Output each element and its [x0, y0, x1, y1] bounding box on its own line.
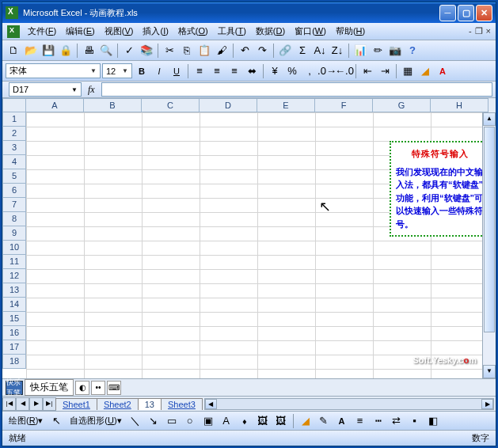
hyperlink-icon[interactable]: 🔗 [277, 43, 293, 59]
inc-decimal-icon[interactable]: .0→ [319, 63, 335, 79]
italic-icon[interactable]: I [151, 63, 167, 79]
menu-insert[interactable]: 插入(I) [139, 24, 171, 39]
textbox-icon[interactable]: ▣ [200, 413, 216, 429]
row-header[interactable]: 14 [2, 298, 26, 312]
menu-data[interactable]: 数据(D) [253, 24, 288, 39]
picture-icon[interactable]: 🖼 [273, 413, 289, 429]
dash-style-icon[interactable]: ┅ [371, 413, 386, 429]
row-header[interactable]: 11 [2, 255, 26, 269]
col-header[interactable]: E [257, 98, 315, 112]
close-button[interactable]: ✕ [476, 5, 492, 21]
menu-edit[interactable]: 编辑(E) [63, 24, 98, 39]
font-combo[interactable]: 宋体▼ [6, 63, 101, 78]
doc-close-button[interactable]: × [486, 26, 491, 36]
comma-icon[interactable]: , [302, 63, 317, 79]
permission-icon[interactable]: 🔒 [58, 43, 74, 59]
wordart-icon[interactable]: A [219, 413, 234, 429]
spell-icon[interactable]: ✓ [121, 43, 137, 59]
line-icon[interactable]: ＼ [127, 413, 143, 429]
copy-icon[interactable]: ⎘ [179, 43, 195, 59]
scroll-down-icon[interactable]: ▼ [483, 365, 496, 378]
tab-next-icon[interactable]: ▶ [29, 397, 43, 411]
font-color-icon[interactable]: A [435, 63, 450, 79]
research-icon[interactable]: 📚 [139, 43, 154, 59]
borders-icon[interactable]: ▦ [400, 63, 416, 79]
size-combo[interactable]: 12▼ [102, 63, 132, 78]
line-color-icon[interactable]: ✎ [316, 413, 332, 429]
col-header[interactable]: F [315, 98, 373, 112]
autosum-icon[interactable]: Σ [295, 43, 310, 59]
format-painter-icon[interactable]: 🖌 [214, 43, 230, 59]
row-header[interactable]: 10 [2, 241, 26, 255]
chart-icon[interactable]: 📊 [352, 43, 368, 59]
maximize-button[interactable]: ▢ [458, 5, 474, 21]
sheet-tab[interactable]: Sheet2 [97, 398, 139, 410]
doc-minimize-button[interactable]: - [469, 26, 472, 36]
row-header[interactable]: 6 [2, 184, 26, 198]
ime-punct-icon[interactable]: •• [91, 381, 105, 395]
sheet-tab[interactable]: Sheet3 [161, 398, 203, 410]
font-color2-icon[interactable]: A [334, 413, 350, 429]
new-icon[interactable]: 🗋 [6, 43, 21, 59]
row-header[interactable]: 16 [2, 326, 26, 340]
row-header[interactable]: 9 [2, 226, 26, 241]
dec-indent-icon[interactable]: ⇤ [359, 63, 375, 79]
row-header[interactable]: 3 [2, 141, 26, 155]
menu-format[interactable]: 格式(O) [175, 24, 211, 39]
sheet-tab-active[interactable]: 13 [138, 398, 162, 410]
help-icon[interactable]: ? [405, 43, 420, 59]
ime-keyboard-icon[interactable]: ⌨ [107, 381, 121, 395]
align-left-icon[interactable]: ≡ [192, 63, 207, 79]
col-header[interactable]: D [200, 98, 257, 112]
sort-asc-icon[interactable]: A↓ [312, 43, 328, 59]
cell-grid[interactable]: 特殊符号输入 我们发现现在的中文输入法，都具有“软键盘”功能，利用“软键盘”可以… [26, 112, 496, 378]
scroll-left-icon[interactable]: ◀ [205, 399, 217, 409]
col-header[interactable]: A [26, 98, 84, 112]
doc-restore-button[interactable]: ❐ [475, 26, 483, 36]
bold-icon[interactable]: B [134, 63, 150, 79]
drawing-menu[interactable]: 绘图(R)▾ [6, 413, 46, 428]
sort-desc-icon[interactable]: Z↓ [329, 43, 345, 59]
row-header[interactable]: 5 [2, 169, 26, 184]
tab-prev-icon[interactable]: ◀ [16, 397, 29, 411]
menu-help[interactable]: 帮助(H) [333, 24, 368, 39]
horizontal-scrollbar[interactable]: ◀ ▶ [204, 398, 494, 410]
row-header[interactable]: 13 [2, 283, 26, 298]
menu-file[interactable]: 文件(F) [25, 24, 59, 39]
shadow-icon[interactable]: ▪ [407, 413, 423, 429]
select-all-corner[interactable] [2, 98, 26, 112]
ime-icon[interactable]: 快乐五笔 [6, 381, 23, 395]
row-header[interactable]: 18 [2, 355, 26, 369]
col-header[interactable]: H [431, 98, 488, 112]
camera-icon[interactable]: 📷 [387, 43, 403, 59]
row-header[interactable]: 7 [2, 198, 26, 212]
line-style-icon[interactable]: ≡ [352, 413, 368, 429]
row-header[interactable]: 1 [2, 112, 26, 127]
currency-icon[interactable]: ¥ [267, 63, 283, 79]
align-right-icon[interactable]: ≡ [226, 63, 242, 79]
formula-bar[interactable] [101, 82, 492, 97]
row-header[interactable]: 12 [2, 269, 26, 283]
print-icon[interactable]: 🖶 [81, 43, 97, 59]
scroll-thumb[interactable] [484, 127, 495, 332]
fill-color-icon[interactable]: ◢ [417, 63, 433, 79]
row-header[interactable]: 8 [2, 212, 26, 226]
dec-decimal-icon[interactable]: ←.0 [336, 63, 352, 79]
row-header[interactable]: 2 [2, 127, 26, 141]
autoshapes-menu[interactable]: 自选图形(U)▾ [67, 413, 124, 428]
tab-last-icon[interactable]: ▶| [43, 397, 56, 411]
preview-icon[interactable]: 🔍 [98, 43, 114, 59]
fill-icon[interactable]: ◢ [298, 413, 314, 429]
row-header[interactable]: 15 [2, 312, 26, 326]
drawing-icon[interactable]: ✏ [370, 43, 386, 59]
menu-tools[interactable]: 工具(T) [215, 24, 249, 39]
vertical-scrollbar[interactable]: ▲ ▼ [482, 112, 496, 378]
cut-icon[interactable]: ✂ [162, 43, 177, 59]
menu-view[interactable]: 视图(V) [101, 24, 137, 39]
row-header[interactable]: 17 [2, 340, 26, 355]
menu-window[interactable]: 窗口(W) [291, 24, 329, 39]
select-objects-icon[interactable]: ↖ [48, 413, 64, 429]
underline-icon[interactable]: U [169, 63, 184, 79]
open-icon[interactable]: 📂 [23, 43, 39, 59]
fx-icon[interactable]: fx [88, 84, 95, 96]
